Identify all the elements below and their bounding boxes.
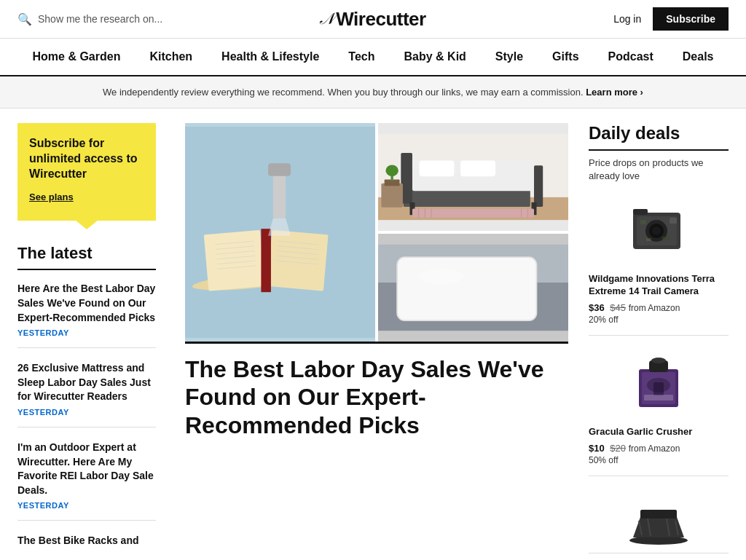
svg-rect-41 [397, 257, 536, 320]
nav-item-deals[interactable]: Deals [668, 39, 729, 75]
search-icon: 🔍 [17, 12, 32, 26]
list-item: The Best Bike Racks and [17, 534, 156, 560]
top-bar: 🔍 Show me the research on... 𝒩 Wirecutte… [0, 0, 746, 39]
deal-source-1: from Amazon [629, 303, 680, 313]
svg-rect-49 [670, 218, 677, 224]
list-item: Here Are the Best Labor Day Sales We've … [17, 282, 156, 348]
learn-more-link[interactable]: Learn more › [586, 87, 643, 98]
daily-deals-title: Daily deals [589, 123, 729, 151]
svg-rect-16 [273, 169, 286, 218]
deal-discount-1: 20% off [589, 315, 729, 325]
deal-item-3 [589, 488, 729, 553]
deal-title-2[interactable]: Gracula Garlic Crusher [589, 426, 729, 438]
article-title-3[interactable]: I'm an Outdoor Expert at Wirecutter. Her… [17, 441, 156, 497]
svg-rect-26 [460, 160, 495, 176]
nav-item-kitchen[interactable]: Kitchen [135, 39, 207, 75]
svg-point-43 [420, 269, 464, 284]
nav-item-baby-kid[interactable]: Baby & Kid [390, 39, 481, 75]
svg-rect-63 [640, 510, 677, 518]
wirecutter-logo: Wirecutter [336, 8, 425, 31]
svg-rect-2 [204, 230, 265, 291]
svg-rect-4 [261, 229, 271, 292]
subscribe-button[interactable]: Subscribe [653, 7, 729, 31]
nav-item-tech[interactable]: Tech [334, 39, 389, 75]
nav-item-style[interactable]: Style [481, 39, 538, 75]
daily-deals-subtitle: Price drops on products we already love [589, 157, 729, 183]
search-area[interactable]: 🔍 Show me the research on... [17, 12, 254, 26]
list-item: I'm an Outdoor Expert at Wirecutter. Her… [17, 441, 156, 521]
deal-image-camera [589, 194, 729, 267]
login-button[interactable]: Log in [613, 13, 641, 25]
svg-rect-51 [640, 220, 646, 224]
nyt-logo: 𝒩 [320, 9, 333, 28]
center-content: The Best Labor Day Sales We've Found on … [170, 123, 583, 560]
deal-item-1: Wildgame Innovations Terra Extreme 14 Tr… [589, 194, 729, 336]
article-title-4[interactable]: The Best Bike Racks and [17, 534, 156, 548]
article-date-2: YESTERDAY [17, 408, 156, 417]
bed-svg [378, 127, 568, 226]
deal-price-1: $36 $45 from Amazon 20% off [589, 302, 729, 325]
nav-item-gifts[interactable]: Gifts [538, 39, 593, 75]
hero-images [185, 123, 568, 342]
main-nav: Home & Garden Kitchen Health & Lifestyle… [0, 39, 746, 76]
search-placeholder: Show me the research on... [38, 13, 162, 25]
hero-image-bed [378, 123, 568, 231]
svg-rect-50 [633, 209, 648, 215]
svg-rect-17 [268, 163, 291, 176]
svg-rect-57 [653, 382, 664, 395]
hero-headline[interactable]: The Best Labor Day Sales We've Found on … [185, 342, 568, 445]
nav-item-home-garden[interactable]: Home & Garden [17, 39, 135, 75]
see-plans-link[interactable]: See plans [29, 192, 74, 202]
latest-section: The latest Here Are the Best Labor Day S… [17, 244, 156, 560]
deal-image-stand [589, 488, 729, 553]
right-sidebar: Daily deals Price drops on products we a… [583, 123, 729, 560]
hero-image-main [185, 123, 375, 342]
deal-price-original-1: $45 [610, 302, 626, 313]
camera-svg [626, 202, 691, 260]
svg-point-48 [652, 226, 661, 235]
deal-price-current-2: $10 [589, 443, 605, 454]
main-container: Subscribe for unlimited access to Wirecu… [0, 109, 746, 560]
article-date-1: YESTERDAY [17, 328, 156, 337]
svg-point-60 [651, 358, 666, 363]
svg-rect-58 [644, 395, 673, 401]
svg-rect-25 [420, 160, 455, 176]
stand-svg [626, 495, 691, 553]
crusher-svg [633, 355, 684, 413]
nav-item-podcast[interactable]: Podcast [594, 39, 668, 75]
article-title-1[interactable]: Here Are the Best Labor Day Sales We've … [17, 282, 156, 325]
book-svg [185, 123, 375, 342]
svg-rect-52 [662, 237, 670, 240]
svg-rect-23 [534, 165, 543, 207]
deal-price-2: $10 $20 from Amazon 50% off [589, 443, 729, 465]
hero-image-pillow [378, 234, 568, 342]
deal-price-original-2: $20 [610, 443, 626, 454]
header-actions: Log in Subscribe [492, 7, 729, 31]
disclaimer-bar: We independently review everything we re… [0, 76, 746, 109]
deal-image-crusher [589, 347, 729, 420]
svg-rect-29 [381, 184, 403, 208]
deal-price-current-1: $36 [589, 302, 605, 313]
left-sidebar: Subscribe for unlimited access to Wirecu… [17, 123, 170, 560]
list-item: 26 Exclusive Mattress and Sleep Labor Da… [17, 361, 156, 427]
deal-discount-2: 50% off [589, 455, 729, 465]
subscribe-box-title: Subscribe for unlimited access to Wirecu… [29, 136, 144, 181]
article-title-2[interactable]: 26 Exclusive Mattress and Sleep Labor Da… [17, 361, 156, 404]
svg-rect-53 [646, 238, 651, 241]
svg-rect-3 [267, 230, 329, 291]
deal-title-1[interactable]: Wildgame Innovations Terra Extreme 14 Tr… [589, 273, 729, 298]
disclaimer-text: We independently review everything we re… [103, 87, 583, 98]
deal-item-2: Gracula Garlic Crusher $10 $20 from Amaz… [589, 347, 729, 476]
svg-rect-33 [412, 209, 534, 218]
nav-item-health-lifestyle[interactable]: Health & Lifestyle [207, 39, 334, 75]
logo-area: 𝒩 Wirecutter [254, 8, 491, 31]
subscribe-box: Subscribe for unlimited access to Wirecu… [17, 123, 156, 221]
deal-source-2: from Amazon [629, 443, 680, 454]
latest-title: The latest [17, 244, 156, 270]
svg-point-32 [385, 165, 398, 176]
pillow-svg [378, 238, 568, 337]
article-date-3: YESTERDAY [17, 501, 156, 510]
